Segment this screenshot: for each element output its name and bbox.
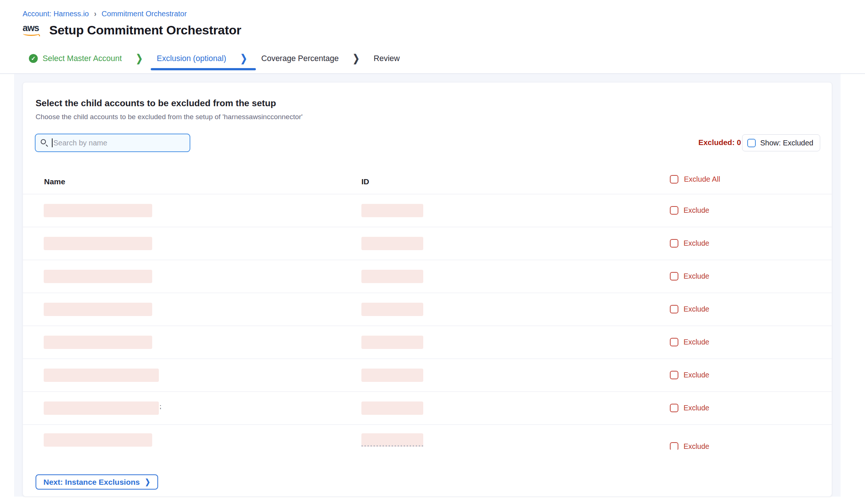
show-excluded-toggle[interactable]: Show: Excluded [742, 134, 820, 151]
exclude-label: Exclude [684, 404, 709, 412]
chevron-right-icon: ❯ [240, 53, 247, 65]
stepper-step-select-master-account[interactable]: ✓Select Master Account [29, 54, 122, 63]
card-subheading: Choose the child accounts to be excluded… [36, 113, 303, 121]
exclude-checkbox[interactable] [670, 305, 678, 313]
account-name-redacted [44, 303, 152, 316]
column-header-id: ID [361, 177, 369, 186]
exclude-checkbox[interactable] [670, 442, 678, 450]
aws-logo-icon: aws [23, 23, 40, 37]
search-icon [41, 139, 48, 147]
exclude-checkbox[interactable] [670, 239, 678, 248]
table-row: Exclude [23, 260, 832, 293]
chevron-right-icon: ❯ [353, 53, 360, 65]
search-box[interactable] [35, 134, 190, 152]
exclude-label: Exclude [684, 338, 709, 346]
breadcrumb-account-link[interactable]: Account: Harness.io [23, 10, 89, 18]
show-excluded-checkbox[interactable] [747, 139, 756, 147]
page-title: Setup Commitment Orchestrator [49, 23, 241, 37]
table-header: Name ID Exclude All [23, 174, 832, 194]
exclude-checkbox[interactable] [670, 371, 678, 379]
account-name-redacted [44, 237, 152, 250]
account-id-redacted [361, 336, 423, 349]
exclude-label: Exclude [684, 272, 709, 280]
exclude-all-control[interactable]: Exclude All [670, 175, 720, 184]
account-id-redacted [361, 303, 423, 316]
table-row: Exclude [23, 359, 832, 392]
exclude-label: Exclude [684, 239, 709, 248]
account-id-redacted [361, 369, 423, 382]
aws-logo-swoosh [23, 31, 39, 36]
card-heading: Select the child accounts to be excluded… [36, 98, 276, 108]
account-name-remnant: ; [160, 403, 161, 410]
breadcrumb-commitment-orchestrator-link[interactable]: Commitment Orchestrator [101, 10, 187, 18]
stepper-step-label: Review [374, 54, 400, 63]
table-row: Exclude [23, 326, 832, 359]
stepper-step-review[interactable]: Review [374, 54, 400, 63]
wizard-stepper: ✓Select Master Account❯Exclusion (option… [29, 52, 400, 65]
excluded-count: Excluded: 0 [698, 138, 741, 147]
row-exclude-control[interactable]: Exclude [670, 305, 709, 313]
exclude-label: Exclude [684, 206, 709, 215]
account-id-redacted [361, 204, 423, 217]
search-input[interactable] [53, 139, 184, 147]
table-row: Exclude [23, 293, 832, 326]
account-name-redacted [44, 401, 159, 415]
check-circle-icon: ✓ [29, 54, 38, 63]
account-name-redacted [44, 204, 152, 217]
breadcrumb: Account: Harness.io › Commitment Orchest… [23, 10, 187, 18]
table-row: ;Exclude [23, 392, 832, 425]
exclude-checkbox[interactable] [670, 272, 678, 280]
stepper-step-label: Coverage Percentage [261, 54, 338, 63]
next-instance-exclusions-button[interactable]: Next: Instance Exclusions ❯ [36, 474, 158, 490]
exclude-all-checkbox[interactable] [670, 175, 678, 184]
exclude-label: Exclude [684, 442, 709, 450]
row-exclude-control[interactable]: Exclude [670, 338, 709, 346]
next-button-label: Next: Instance Exclusions [43, 478, 140, 487]
stepper-step-coverage-percentage[interactable]: Coverage Percentage [261, 54, 338, 63]
account-id-redacted [361, 433, 423, 447]
row-exclude-control[interactable]: Exclude [670, 239, 709, 248]
row-exclude-control[interactable]: Exclude [670, 371, 709, 379]
account-name-redacted [44, 270, 152, 283]
exclude-checkbox[interactable] [670, 404, 678, 412]
account-name-redacted [44, 336, 152, 349]
column-header-name: Name [44, 177, 65, 186]
exclude-checkbox[interactable] [670, 206, 678, 215]
stepper-step-label: Exclusion (optional) [157, 54, 226, 63]
accounts-table-body[interactable]: ExcludeExcludeExcludeExcludeExcludeExclu… [23, 194, 832, 450]
table-row: Exclude [23, 227, 832, 260]
setup-commitment-orchestrator-page: Account: Harness.io › Commitment Orchest… [0, 0, 865, 504]
stepper-step-label: Select Master Account [43, 54, 122, 63]
row-exclude-control[interactable]: Exclude [670, 206, 709, 215]
chevron-right-icon: ❯ [136, 53, 143, 65]
exclude-label: Exclude [684, 305, 709, 313]
chevron-right-icon: ❯ [145, 477, 150, 487]
header-divider [0, 73, 865, 74]
account-id-redacted [361, 270, 423, 283]
account-name-redacted [44, 433, 152, 447]
row-exclude-control[interactable]: Exclude [670, 404, 709, 412]
title-row: aws Setup Commitment Orchestrator [23, 23, 241, 37]
table-row: Exclude [23, 194, 832, 227]
exclusion-card: Select the child accounts to be excluded… [23, 82, 832, 497]
row-exclude-control[interactable]: Exclude [670, 272, 709, 280]
account-name-redacted [44, 369, 159, 382]
exclude-checkbox[interactable] [670, 338, 678, 346]
table-row: Exclude [23, 425, 832, 450]
show-excluded-label: Show: Excluded [760, 139, 813, 147]
stepper-step-exclusion-optional[interactable]: Exclusion (optional) [157, 54, 226, 63]
row-exclude-control[interactable]: Exclude [670, 442, 709, 450]
aws-logo-text: aws [23, 23, 40, 32]
account-id-redacted [361, 401, 423, 415]
account-id-redacted [361, 237, 423, 250]
exclude-all-label: Exclude All [684, 175, 720, 184]
exclude-label: Exclude [684, 371, 709, 379]
breadcrumb-separator-icon: › [94, 9, 96, 19]
